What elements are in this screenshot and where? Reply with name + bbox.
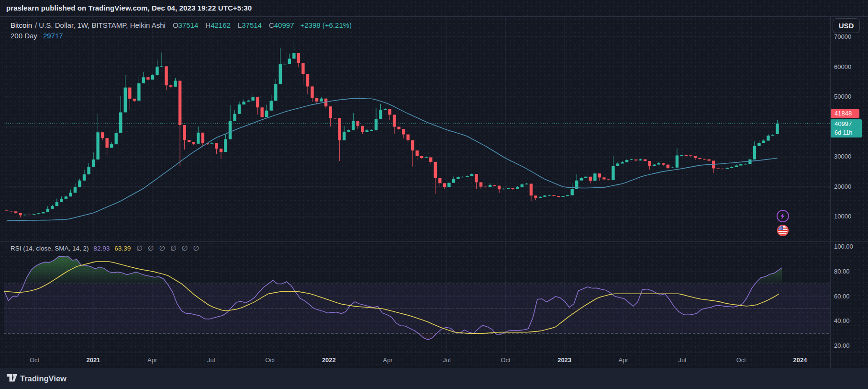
- rsi-tick-label: 40.00: [834, 317, 850, 324]
- chart-left-border: [4, 17, 4, 368]
- rsi-tick-label: 20.00: [834, 342, 850, 349]
- footer-bar: TradingView: [0, 368, 868, 389]
- ohlc-close: C40997: [269, 21, 294, 29]
- time-tick-label: Oct: [265, 356, 275, 364]
- us-flag-marker[interactable]: [777, 224, 789, 239]
- ma-value: 29717: [43, 32, 63, 40]
- time-tick-label: Jul: [678, 356, 686, 364]
- time-tick-label: Oct: [30, 356, 39, 364]
- lightning-icon: [776, 209, 790, 223]
- tradingview-brand-link[interactable]: TradingView: [20, 368, 67, 389]
- time-tick-label: Apr: [383, 356, 392, 364]
- last-price-value: 40997: [835, 119, 862, 128]
- time-tick-label: Jul: [443, 356, 451, 364]
- time-tick-label: Oct: [501, 356, 510, 364]
- time-tick-label: Apr: [147, 356, 157, 364]
- ma200-line: [7, 98, 778, 220]
- time-tick-label: 2022: [322, 356, 336, 364]
- rsi-title: RSI (14, close, SMA, 14, 2): [11, 245, 89, 252]
- high-price-badge: 41848: [831, 109, 859, 118]
- ma-label: 200 Day: [11, 32, 37, 40]
- price-tick-label: 20000: [834, 183, 851, 190]
- publish-header: praslearn published on TradingView.com, …: [6, 0, 252, 16]
- symbol-legend[interactable]: Bitcoin/ U.S. Dollar, 1W, BITSTAMP, Heik…: [11, 21, 352, 29]
- rsi-tick-label: 60.00: [834, 293, 850, 300]
- time-tick-label: Apr: [619, 356, 628, 364]
- symbol-details: / U.S. Dollar, 1W, BITSTAMP, Heikin Ashi: [35, 21, 166, 29]
- price-axis-border: [830, 17, 831, 368]
- tradingview-published-chart: praslearn published on TradingView.com, …: [0, 0, 868, 389]
- time-tick-label: Jul: [207, 356, 215, 364]
- ohlc-open: O37514: [173, 21, 198, 29]
- rsi-tick-label: 80.00: [834, 268, 850, 275]
- last-price-badge: 40997 6d 11h: [831, 119, 862, 137]
- time-tick-label: 2021: [87, 356, 100, 364]
- time-tick-label: 2023: [557, 356, 571, 364]
- rsi-sma-value: 63.39: [114, 245, 131, 252]
- time-tick-label: 2024: [793, 356, 807, 364]
- tradingview-logo-icon[interactable]: [7, 374, 19, 383]
- currency-toggle-button[interactable]: USD: [833, 18, 860, 33]
- price-tick-label: 30000: [834, 153, 851, 160]
- change-value: +2398 (+6.21%): [300, 21, 352, 29]
- header-separator: [0, 16, 868, 17]
- ma-legend[interactable]: 200 Day29717: [11, 32, 63, 40]
- timeaxis-separator: [0, 353, 868, 353]
- rsi-empty-slots: ∅ ∅ ∅ ∅ ∅ ∅: [136, 244, 199, 252]
- time-tick-label: Oct: [736, 356, 746, 364]
- bar-countdown: 6d 11h: [835, 128, 862, 137]
- symbol-name: Bitcoin: [11, 21, 32, 29]
- rsi-legend[interactable]: RSI (14, close, SMA, 14, 2)82.9363.39∅ ∅…: [11, 244, 199, 252]
- price-tick-label: 50000: [834, 93, 851, 100]
- candles-layer: [5, 40, 779, 217]
- rsi-tick-label: 100.00: [834, 243, 853, 250]
- chart-canvas: [0, 0, 868, 389]
- publish-header-text: praslearn published on TradingView.com, …: [6, 4, 252, 12]
- price-tick-label: 70000: [834, 33, 851, 40]
- ohlc-low: L37514: [238, 21, 262, 29]
- ohlc-high: H42162: [205, 21, 231, 29]
- pane-separator[interactable]: [0, 241, 868, 242]
- lightning-marker[interactable]: [776, 209, 790, 225]
- us-flag-icon: [777, 224, 789, 237]
- price-tick-label: 10000: [834, 213, 851, 220]
- rsi-value: 82.93: [94, 245, 110, 252]
- price-tick-label: 60000: [834, 63, 851, 70]
